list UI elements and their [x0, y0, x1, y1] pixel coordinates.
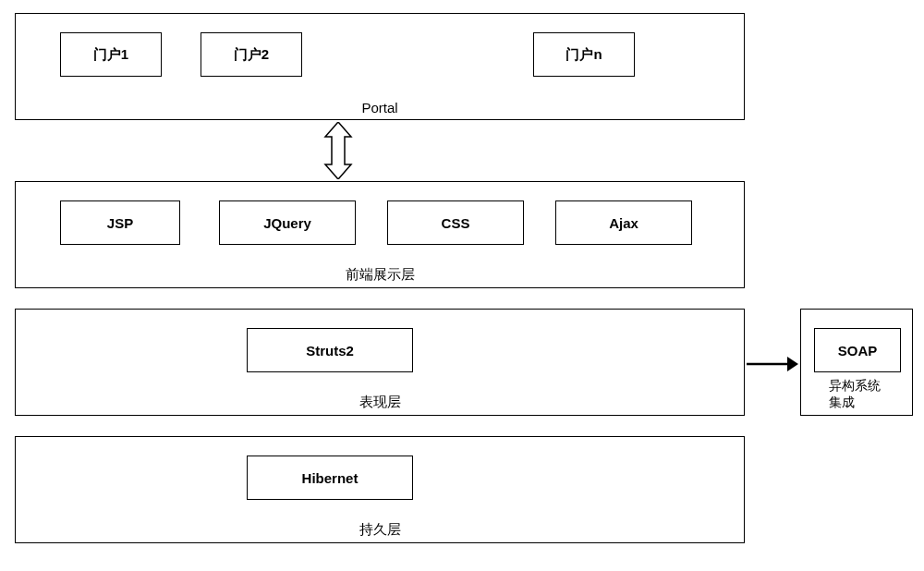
frontend-box-jquery-label: JQuery: [263, 215, 311, 231]
presentation-layer: Struts2 表现层: [15, 309, 745, 416]
frontend-box-jsp-label: JSP: [107, 215, 133, 231]
frontend-box-ajax: Ajax: [555, 200, 692, 245]
presentation-box-struts2: Struts2: [247, 328, 413, 372]
portal-box-2-label: 门户2: [234, 46, 269, 64]
presentation-layer-label: 表现层: [359, 394, 401, 411]
frontend-box-jsp: JSP: [60, 200, 180, 245]
frontend-box-ajax-label: Ajax: [609, 215, 638, 231]
portal-box-1: 门户1: [60, 32, 162, 77]
persistence-box-hibernet-label: Hibernet: [302, 470, 359, 486]
portal-box-n-label: 门户n: [565, 46, 602, 64]
portal-box-2: 门户2: [201, 32, 302, 77]
integration-layer-label: 异构系统集成: [829, 378, 884, 411]
persistence-box-hibernet: Hibernet: [247, 456, 413, 500]
frontend-layer-label: 前端展示层: [346, 266, 415, 284]
integration-layer: SOAP 异构系统集成: [800, 309, 913, 416]
frontend-box-css-label: CSS: [442, 215, 470, 231]
presentation-box-struts2-label: Struts2: [306, 343, 354, 358]
portal-box-n: 门户n: [533, 32, 635, 77]
right-arrow-icon: [747, 355, 798, 373]
persistence-layer: Hibernet 持久层: [15, 436, 745, 543]
frontend-box-jquery: JQuery: [219, 200, 356, 245]
portal-box-1-label: 门户1: [93, 46, 128, 64]
integration-box-soap: SOAP: [814, 328, 901, 372]
portal-layer: 门户1 门户2 门户n Portal: [15, 13, 745, 120]
integration-box-soap-label: SOAP: [838, 343, 878, 358]
bidirectional-arrow-icon: [320, 122, 357, 179]
frontend-layer: JSP JQuery CSS Ajax 前端展示层: [15, 181, 745, 288]
persistence-layer-label: 持久层: [359, 521, 401, 539]
frontend-box-css: CSS: [387, 200, 524, 245]
portal-layer-label: Portal: [361, 100, 397, 115]
